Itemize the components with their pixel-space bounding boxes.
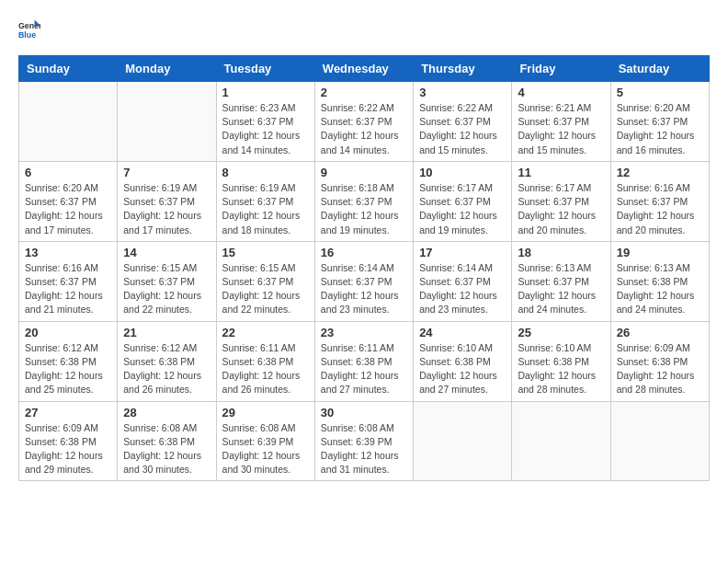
day-info: Sunrise: 6:15 AM Sunset: 6:37 PM Dayligh… (123, 261, 210, 317)
calendar-cell: 8Sunrise: 6:19 AM Sunset: 6:37 PM Daylig… (216, 161, 314, 241)
day-info: Sunrise: 6:20 AM Sunset: 6:37 PM Dayligh… (25, 181, 111, 237)
calendar-cell: 9Sunrise: 6:18 AM Sunset: 6:37 PM Daylig… (314, 161, 413, 241)
calendar-cell (610, 401, 709, 481)
calendar-table: SundayMondayTuesdayWednesdayThursdayFrid… (18, 55, 710, 481)
day-number: 23 (321, 326, 407, 339)
calendar-week-row: 13Sunrise: 6:16 AM Sunset: 6:37 PM Dayli… (19, 241, 710, 321)
day-number: 29 (222, 406, 309, 419)
calendar-cell: 12Sunrise: 6:16 AM Sunset: 6:37 PM Dayli… (610, 161, 709, 241)
day-info: Sunrise: 6:12 AM Sunset: 6:38 PM Dayligh… (25, 341, 111, 397)
calendar-week-row: 20Sunrise: 6:12 AM Sunset: 6:38 PM Dayli… (19, 321, 710, 401)
page-header: General Blue (18, 18, 710, 40)
calendar-cell: 27Sunrise: 6:09 AM Sunset: 6:38 PM Dayli… (19, 401, 118, 481)
day-number: 26 (617, 326, 703, 339)
calendar-cell: 7Sunrise: 6:19 AM Sunset: 6:37 PM Daylig… (118, 161, 216, 241)
calendar-cell: 17Sunrise: 6:14 AM Sunset: 6:37 PM Dayli… (414, 241, 512, 321)
day-number: 20 (25, 326, 111, 339)
calendar-cell: 1Sunrise: 6:23 AM Sunset: 6:37 PM Daylig… (216, 82, 314, 162)
day-info: Sunrise: 6:10 AM Sunset: 6:38 PM Dayligh… (419, 341, 506, 397)
calendar-week-row: 6Sunrise: 6:20 AM Sunset: 6:37 PM Daylig… (19, 161, 710, 241)
day-number: 19 (617, 246, 703, 259)
day-info: Sunrise: 6:22 AM Sunset: 6:37 PM Dayligh… (321, 101, 407, 157)
day-info: Sunrise: 6:16 AM Sunset: 6:37 PM Dayligh… (617, 181, 703, 237)
day-info: Sunrise: 6:22 AM Sunset: 6:37 PM Dayligh… (419, 101, 506, 157)
calendar-week-row: 27Sunrise: 6:09 AM Sunset: 6:38 PM Dayli… (19, 401, 710, 481)
day-number: 2 (321, 86, 407, 99)
day-header-friday: Friday (512, 56, 610, 82)
calendar-cell: 5Sunrise: 6:20 AM Sunset: 6:37 PM Daylig… (610, 82, 709, 162)
day-info: Sunrise: 6:13 AM Sunset: 6:38 PM Dayligh… (617, 261, 703, 317)
calendar-cell: 22Sunrise: 6:11 AM Sunset: 6:38 PM Dayli… (216, 321, 314, 401)
day-info: Sunrise: 6:17 AM Sunset: 6:37 PM Dayligh… (518, 181, 604, 237)
day-info: Sunrise: 6:15 AM Sunset: 6:37 PM Dayligh… (222, 261, 309, 317)
calendar-cell: 3Sunrise: 6:22 AM Sunset: 6:37 PM Daylig… (414, 82, 512, 162)
day-header-wednesday: Wednesday (314, 56, 413, 82)
day-info: Sunrise: 6:16 AM Sunset: 6:37 PM Dayligh… (25, 261, 111, 317)
calendar-cell: 26Sunrise: 6:09 AM Sunset: 6:38 PM Dayli… (610, 321, 709, 401)
calendar-cell: 13Sunrise: 6:16 AM Sunset: 6:37 PM Dayli… (19, 241, 118, 321)
day-info: Sunrise: 6:09 AM Sunset: 6:38 PM Dayligh… (25, 421, 111, 477)
day-info: Sunrise: 6:08 AM Sunset: 6:38 PM Dayligh… (123, 421, 210, 477)
calendar-cell: 30Sunrise: 6:08 AM Sunset: 6:39 PM Dayli… (314, 401, 413, 481)
day-header-thursday: Thursday (414, 56, 512, 82)
day-info: Sunrise: 6:19 AM Sunset: 6:37 PM Dayligh… (123, 181, 210, 237)
calendar-week-row: 1Sunrise: 6:23 AM Sunset: 6:37 PM Daylig… (19, 82, 710, 162)
day-number: 4 (518, 86, 604, 99)
day-info: Sunrise: 6:23 AM Sunset: 6:37 PM Dayligh… (222, 101, 309, 157)
day-info: Sunrise: 6:08 AM Sunset: 6:39 PM Dayligh… (321, 421, 407, 477)
svg-text:Blue: Blue (18, 30, 36, 40)
day-number: 3 (419, 86, 506, 99)
day-number: 28 (123, 406, 210, 419)
day-number: 27 (25, 406, 111, 419)
day-info: Sunrise: 6:08 AM Sunset: 6:39 PM Dayligh… (222, 421, 309, 477)
day-header-sunday: Sunday (19, 56, 118, 82)
day-header-tuesday: Tuesday (216, 56, 314, 82)
day-header-saturday: Saturday (610, 56, 709, 82)
calendar-cell: 28Sunrise: 6:08 AM Sunset: 6:38 PM Dayli… (118, 401, 216, 481)
calendar-cell (512, 401, 610, 481)
calendar-cell: 20Sunrise: 6:12 AM Sunset: 6:38 PM Dayli… (19, 321, 118, 401)
day-info: Sunrise: 6:19 AM Sunset: 6:37 PM Dayligh… (222, 181, 309, 237)
calendar-cell (118, 82, 216, 162)
day-number: 24 (419, 326, 506, 339)
calendar-cell: 21Sunrise: 6:12 AM Sunset: 6:38 PM Dayli… (118, 321, 216, 401)
calendar-cell: 19Sunrise: 6:13 AM Sunset: 6:38 PM Dayli… (610, 241, 709, 321)
day-number: 9 (321, 166, 407, 179)
day-number: 5 (617, 86, 703, 99)
logo-icon: General Blue (18, 18, 40, 40)
calendar-cell: 24Sunrise: 6:10 AM Sunset: 6:38 PM Dayli… (414, 321, 512, 401)
day-number: 30 (321, 406, 407, 419)
day-info: Sunrise: 6:09 AM Sunset: 6:38 PM Dayligh… (617, 341, 703, 397)
day-number: 22 (222, 326, 309, 339)
day-number: 25 (518, 326, 604, 339)
day-number: 16 (321, 246, 407, 259)
day-info: Sunrise: 6:18 AM Sunset: 6:37 PM Dayligh… (321, 181, 407, 237)
calendar-cell: 15Sunrise: 6:15 AM Sunset: 6:37 PM Dayli… (216, 241, 314, 321)
day-info: Sunrise: 6:13 AM Sunset: 6:37 PM Dayligh… (518, 261, 604, 317)
day-number: 18 (518, 246, 604, 259)
day-info: Sunrise: 6:11 AM Sunset: 6:38 PM Dayligh… (321, 341, 407, 397)
day-header-monday: Monday (118, 56, 216, 82)
day-info: Sunrise: 6:12 AM Sunset: 6:38 PM Dayligh… (123, 341, 210, 397)
calendar-cell: 6Sunrise: 6:20 AM Sunset: 6:37 PM Daylig… (19, 161, 118, 241)
calendar-header-row: SundayMondayTuesdayWednesdayThursdayFrid… (19, 56, 710, 82)
day-info: Sunrise: 6:10 AM Sunset: 6:38 PM Dayligh… (518, 341, 604, 397)
day-number: 1 (222, 86, 309, 99)
day-number: 7 (123, 166, 210, 179)
day-number: 11 (518, 166, 604, 179)
day-info: Sunrise: 6:21 AM Sunset: 6:37 PM Dayligh… (518, 101, 604, 157)
calendar-cell: 14Sunrise: 6:15 AM Sunset: 6:37 PM Dayli… (118, 241, 216, 321)
calendar-cell: 25Sunrise: 6:10 AM Sunset: 6:38 PM Dayli… (512, 321, 610, 401)
day-number: 21 (123, 326, 210, 339)
day-info: Sunrise: 6:14 AM Sunset: 6:37 PM Dayligh… (321, 261, 407, 317)
calendar-cell: 23Sunrise: 6:11 AM Sunset: 6:38 PM Dayli… (314, 321, 413, 401)
calendar-cell: 10Sunrise: 6:17 AM Sunset: 6:37 PM Dayli… (414, 161, 512, 241)
calendar-cell (19, 82, 118, 162)
day-number: 6 (25, 166, 111, 179)
day-number: 13 (25, 246, 111, 259)
logo: General Blue (18, 18, 46, 40)
day-number: 14 (123, 246, 210, 259)
day-number: 17 (419, 246, 506, 259)
day-number: 10 (419, 166, 506, 179)
calendar-cell (414, 401, 512, 481)
